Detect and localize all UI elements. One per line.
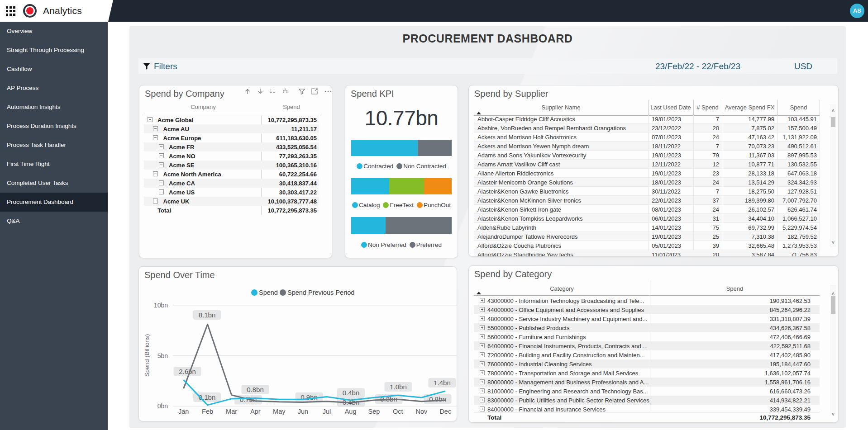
svg-text:Jan: Jan bbox=[178, 408, 189, 415]
svg-text:Mar: Mar bbox=[226, 408, 237, 415]
svg-text:0bn: 0bn bbox=[157, 402, 168, 410]
svg-text:0.4bn: 0.4bn bbox=[343, 389, 360, 397]
svg-text:10bn: 10bn bbox=[154, 302, 168, 309]
svg-text:1.0bn: 1.0bn bbox=[390, 383, 407, 391]
svg-text:May: May bbox=[273, 408, 286, 415]
svg-text:Spend Previous Period: Spend Previous Period bbox=[287, 289, 354, 296]
svg-text:0.8bn: 0.8bn bbox=[247, 386, 264, 393]
svg-text:Nov: Nov bbox=[416, 408, 428, 415]
svg-text:Sep: Sep bbox=[368, 408, 380, 415]
svg-text:Jun: Jun bbox=[298, 408, 308, 415]
svg-text:Feb: Feb bbox=[202, 408, 213, 415]
svg-text:Jul: Jul bbox=[323, 408, 331, 415]
svg-text:Aug: Aug bbox=[345, 408, 357, 415]
svg-text:1.4bn: 1.4bn bbox=[434, 379, 451, 387]
svg-text:5bn: 5bn bbox=[157, 352, 168, 359]
svg-text:Spend: Spend bbox=[259, 289, 278, 296]
svg-text:2.6bn: 2.6bn bbox=[179, 368, 196, 375]
svg-text:Apr: Apr bbox=[250, 408, 261, 415]
svg-text:Oct: Oct bbox=[393, 408, 403, 415]
svg-text:Spend (Billions): Spend (Billions) bbox=[143, 334, 150, 377]
svg-text:Dec: Dec bbox=[439, 408, 451, 415]
svg-text:8.1bn: 8.1bn bbox=[199, 311, 216, 319]
svg-text:0.1bn: 0.1bn bbox=[199, 393, 216, 401]
